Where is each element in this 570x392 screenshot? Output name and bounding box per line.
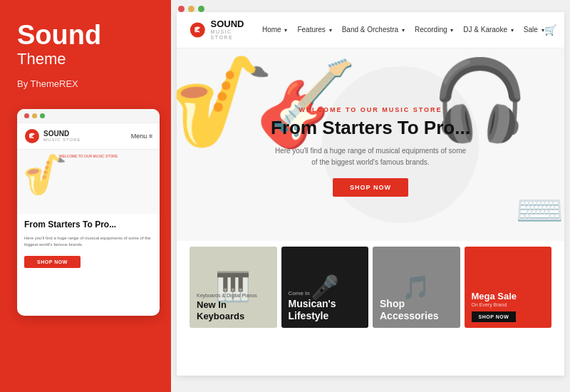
nav-dj[interactable]: DJ & Karaoke ▾ xyxy=(463,26,513,33)
site-logo-sound-text: SOUND xyxy=(211,19,248,29)
lifestyle-card-content: Come In Musican's Lifestyle xyxy=(289,290,362,322)
mobile-browser-bar xyxy=(17,109,160,123)
theme-title: Sound xyxy=(17,21,154,48)
accessories-card-content: Shop Accessories xyxy=(380,298,453,322)
nav-band-caret: ▾ xyxy=(402,27,405,33)
sale-shop-button[interactable]: SHOP NOW xyxy=(472,311,517,322)
hero-desc-line1: Here you'll find a huge range of musical… xyxy=(275,147,466,155)
right-panel: SOUND MUSIC STORE Home ▾ Features ▾ Band… xyxy=(171,0,570,392)
accessories-card-title: Shop Accessories xyxy=(380,298,453,322)
mobile-mockup: SOUND MUSIC STORE Menu ≡ 🎷 WELCOME TO OU… xyxy=(17,109,160,316)
lifestyle-title-line2: Lifestyle xyxy=(289,310,329,321)
sale-card-content: Mega Sale On Every Brand SHOP NOW xyxy=(472,291,545,322)
keyboards-title-line2: Keyboards xyxy=(197,311,244,321)
nav-recording[interactable]: Recording ▾ xyxy=(415,26,453,33)
card-sale[interactable]: Mega Sale On Every Brand SHOP NOW xyxy=(465,247,552,328)
site-logo-icon xyxy=(190,20,206,40)
lifestyle-card-title: Musican's Lifestyle xyxy=(289,298,362,322)
cart-icon[interactable]: 🛒 xyxy=(544,24,556,36)
hero-welcome-text: WELCOME TO OUR MUSIC STORE xyxy=(271,106,470,113)
hero-keyboard-icon: ⌨️ xyxy=(515,187,564,234)
hero-shop-button[interactable]: SHOP NOW xyxy=(333,178,408,197)
site-header: SOUND MUSIC STORE Home ▾ Features ▾ Band… xyxy=(177,12,564,48)
keyboards-card-title: New In Keyboards xyxy=(197,299,270,321)
lifestyle-card-label: Come In xyxy=(289,290,362,296)
keyboards-card-content: Keyboards & Digital Pianos New In Keyboa… xyxy=(197,293,270,321)
mobile-logo: SOUND MUSIC STORE xyxy=(24,128,81,144)
nav-band[interactable]: Band & Orchestra ▾ xyxy=(342,26,405,33)
category-cards: 🎹 Keyboards & Digital Pianos New In Keyb… xyxy=(177,241,564,334)
mobile-logo-sound: SOUND xyxy=(43,130,81,138)
mobile-logo-text: SOUND MUSIC STORE xyxy=(43,130,81,142)
sale-card-label: On Every Brand xyxy=(472,302,545,307)
nav-dj-caret: ▾ xyxy=(511,27,514,33)
mobile-shop-button[interactable]: SHOP NOW xyxy=(24,256,81,268)
browser-dot-yellow xyxy=(188,6,195,12)
sale-title-line1: Mega Sale xyxy=(472,291,517,301)
hero-heading: From Starters To Pro... xyxy=(271,118,470,138)
card-keyboards[interactable]: 🎹 Keyboards & Digital Pianos New In Keyb… xyxy=(190,247,277,328)
left-panel: Sound Theme By ThemeREX SOUND MUSIC xyxy=(0,0,171,392)
mobile-menu-button[interactable]: Menu ≡ xyxy=(131,133,152,140)
browser-chrome xyxy=(171,0,570,12)
site-hero: 🎷 🎸 🎧 ⌨️ WELCOME TO OUR MUSIC STORE From… xyxy=(177,48,564,241)
nav-home-caret: ▾ xyxy=(284,27,287,33)
site-logo: SOUND MUSIC STORE xyxy=(190,19,248,41)
browser-dot-red xyxy=(178,6,185,12)
mobile-dot-1 xyxy=(24,113,29,118)
nav-features[interactable]: Features ▾ xyxy=(297,26,331,33)
mobile-dot-2 xyxy=(32,113,37,118)
mobile-nav: SOUND MUSIC STORE Menu ≡ xyxy=(17,123,160,150)
theme-author: By ThemeREX xyxy=(17,78,154,89)
site-logo-text: SOUND MUSIC STORE xyxy=(211,19,248,41)
nav-sale[interactable]: Sale ▾ xyxy=(524,26,544,33)
keyboards-title-line1: New In xyxy=(197,299,227,310)
hero-description: Here you'll find a huge range of musical… xyxy=(271,145,470,168)
mobile-logo-icon xyxy=(24,128,40,144)
mobile-hero-desc: Here you'll find a huge range of musical… xyxy=(24,235,152,248)
hero-desc-line2: of the biggest world's famous brands. xyxy=(311,158,429,166)
card-lifestyle[interactable]: 🎤 Come In Musican's Lifestyle xyxy=(281,247,369,328)
keyboards-card-label: Keyboards & Digital Pianos xyxy=(197,293,270,298)
nav-recording-caret: ▾ xyxy=(450,27,453,33)
site-nav: Home ▾ Features ▾ Band & Orchestra ▾ Rec… xyxy=(262,26,544,33)
nav-home[interactable]: Home ▾ xyxy=(262,26,287,33)
theme-subtitle: Theme xyxy=(17,50,154,68)
mobile-dot-3 xyxy=(40,113,45,118)
mobile-logo-store: MUSIC STORE xyxy=(43,138,81,142)
browser-dot-green xyxy=(198,6,204,12)
lifestyle-title-line1: Musican's xyxy=(289,298,336,309)
site-logo-store-text: MUSIC STORE xyxy=(211,29,248,40)
mobile-dots xyxy=(24,113,45,118)
mobile-hero: 🎷 WELCOME TO OUR MUSIC STORE xyxy=(17,150,160,214)
sale-card-title: Mega Sale xyxy=(472,291,545,302)
nav-features-caret: ▾ xyxy=(329,27,332,33)
hero-content: WELCOME TO OUR MUSIC STORE From Starters… xyxy=(271,106,470,197)
card-accessories[interactable]: 🎵 Shop Accessories xyxy=(373,247,460,328)
mobile-hero-welcome: WELCOME TO OUR MUSIC STORE xyxy=(59,154,118,158)
browser-window: SOUND MUSIC STORE Home ▾ Features ▾ Band… xyxy=(177,12,564,376)
mobile-content: From Starters To Pro... Here you'll find… xyxy=(17,214,160,274)
mobile-hero-heading: From Starters To Pro... xyxy=(24,220,152,231)
